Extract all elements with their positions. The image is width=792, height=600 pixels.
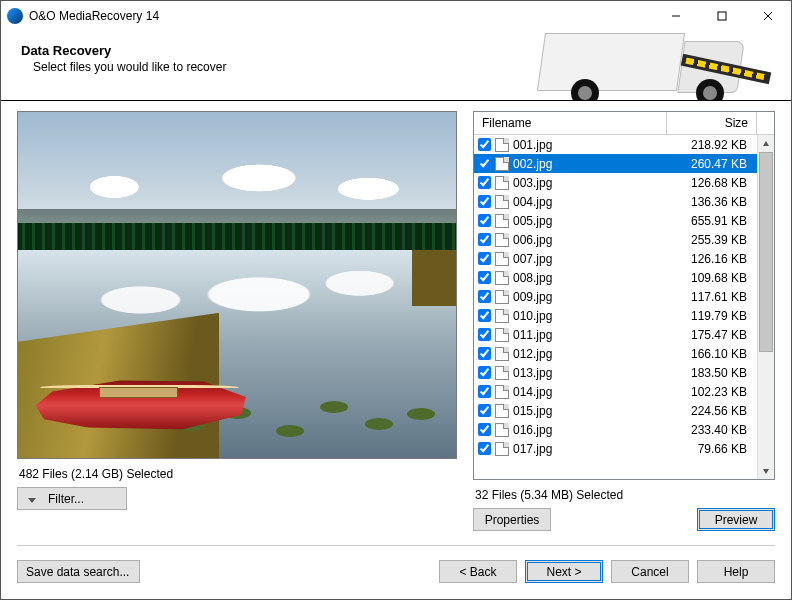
save-search-button[interactable]: Save data search... xyxy=(17,560,140,583)
file-list-header[interactable]: Filename Size xyxy=(474,112,774,135)
file-size: 79.66 KB xyxy=(667,442,751,456)
file-size: 109.68 KB xyxy=(667,271,751,285)
file-icon xyxy=(495,157,509,171)
file-name: 015.jpg xyxy=(513,404,667,418)
scroll-up-button[interactable] xyxy=(758,135,774,152)
file-size: 260.47 KB xyxy=(667,157,751,171)
table-row[interactable]: 007.jpg126.16 KB xyxy=(474,249,757,268)
column-size[interactable]: Size xyxy=(667,112,757,134)
table-row[interactable]: 010.jpg119.79 KB xyxy=(474,306,757,325)
scrollbar[interactable] xyxy=(757,135,774,479)
preview-pane: 482 Files (2.14 GB) Selected Filter... xyxy=(17,111,457,531)
file-icon xyxy=(495,252,509,266)
file-name: 006.jpg xyxy=(513,233,667,247)
row-checkbox[interactable] xyxy=(478,195,491,208)
file-size: 655.91 KB xyxy=(667,214,751,228)
row-checkbox[interactable] xyxy=(478,442,491,455)
table-row[interactable]: 015.jpg224.56 KB xyxy=(474,401,757,420)
minimize-button[interactable] xyxy=(653,1,699,31)
filter-label: Filter... xyxy=(48,492,84,506)
row-checkbox[interactable] xyxy=(478,347,491,360)
file-name: 004.jpg xyxy=(513,195,667,209)
file-size: 117.61 KB xyxy=(667,290,751,304)
row-checkbox[interactable] xyxy=(478,366,491,379)
next-button[interactable]: Next > xyxy=(525,560,603,583)
file-name: 008.jpg xyxy=(513,271,667,285)
file-icon xyxy=(495,404,509,418)
cancel-button[interactable]: Cancel xyxy=(611,560,689,583)
file-size: 126.16 KB xyxy=(667,252,751,266)
page-title: Data Recovery xyxy=(21,43,226,58)
file-list[interactable]: Filename Size 001.jpg218.92 KB002.jpg260… xyxy=(473,111,775,480)
file-name: 001.jpg xyxy=(513,138,667,152)
file-icon xyxy=(495,423,509,437)
table-row[interactable]: 013.jpg183.50 KB xyxy=(474,363,757,382)
main-area: 482 Files (2.14 GB) Selected Filter... F… xyxy=(1,101,791,531)
table-row[interactable]: 017.jpg79.66 KB xyxy=(474,439,757,458)
table-row[interactable]: 001.jpg218.92 KB xyxy=(474,135,757,154)
file-name: 007.jpg xyxy=(513,252,667,266)
row-checkbox[interactable] xyxy=(478,309,491,322)
table-row[interactable]: 004.jpg136.36 KB xyxy=(474,192,757,211)
file-name: 016.jpg xyxy=(513,423,667,437)
bottom-bar: Save data search... < Back Next > Cancel… xyxy=(1,546,791,599)
app-icon xyxy=(7,8,23,24)
file-name: 011.jpg xyxy=(513,328,667,342)
file-size: 119.79 KB xyxy=(667,309,751,323)
table-row[interactable]: 006.jpg255.39 KB xyxy=(474,230,757,249)
table-row[interactable]: 011.jpg175.47 KB xyxy=(474,325,757,344)
row-checkbox[interactable] xyxy=(478,385,491,398)
row-checkbox[interactable] xyxy=(478,176,491,189)
properties-button[interactable]: Properties xyxy=(473,508,551,531)
table-row[interactable]: 008.jpg109.68 KB xyxy=(474,268,757,287)
file-name: 002.jpg xyxy=(513,157,667,171)
file-name: 009.jpg xyxy=(513,290,667,304)
table-row[interactable]: 012.jpg166.10 KB xyxy=(474,344,757,363)
svg-marker-4 xyxy=(763,141,769,146)
row-checkbox[interactable] xyxy=(478,233,491,246)
file-icon xyxy=(495,176,509,190)
table-row[interactable]: 003.jpg126.68 KB xyxy=(474,173,757,192)
table-row[interactable]: 005.jpg655.91 KB xyxy=(474,211,757,230)
table-row[interactable]: 009.jpg117.61 KB xyxy=(474,287,757,306)
file-name: 012.jpg xyxy=(513,347,667,361)
svg-marker-5 xyxy=(763,469,769,474)
file-name: 014.jpg xyxy=(513,385,667,399)
row-checkbox[interactable] xyxy=(478,290,491,303)
file-name: 003.jpg xyxy=(513,176,667,190)
file-icon xyxy=(495,442,509,456)
row-checkbox[interactable] xyxy=(478,271,491,284)
file-size: 255.39 KB xyxy=(667,233,751,247)
table-row[interactable]: 002.jpg260.47 KB xyxy=(474,154,757,173)
scroll-down-button[interactable] xyxy=(758,462,774,479)
file-size: 183.50 KB xyxy=(667,366,751,380)
filter-button[interactable]: Filter... xyxy=(17,487,127,510)
file-icon xyxy=(495,290,509,304)
chevron-down-icon xyxy=(28,492,36,506)
row-checkbox[interactable] xyxy=(478,404,491,417)
back-button[interactable]: < Back xyxy=(439,560,517,583)
table-row[interactable]: 016.jpg233.40 KB xyxy=(474,420,757,439)
row-checkbox[interactable] xyxy=(478,214,491,227)
row-checkbox[interactable] xyxy=(478,157,491,170)
window-title: O&O MediaRecovery 14 xyxy=(29,9,653,23)
close-button[interactable] xyxy=(745,1,791,31)
row-checkbox[interactable] xyxy=(478,252,491,265)
table-row[interactable]: 014.jpg102.23 KB xyxy=(474,382,757,401)
row-checkbox[interactable] xyxy=(478,328,491,341)
wizard-header: Data Recovery Select files you would lik… xyxy=(1,31,791,101)
row-checkbox[interactable] xyxy=(478,138,491,151)
file-name: 017.jpg xyxy=(513,442,667,456)
maximize-button[interactable] xyxy=(699,1,745,31)
preview-button[interactable]: Preview xyxy=(697,508,775,531)
scroll-thumb[interactable] xyxy=(759,152,773,352)
file-name: 013.jpg xyxy=(513,366,667,380)
file-size: 102.23 KB xyxy=(667,385,751,399)
column-filename[interactable]: Filename xyxy=(474,112,667,134)
titlebar: O&O MediaRecovery 14 xyxy=(1,1,791,31)
row-checkbox[interactable] xyxy=(478,423,491,436)
file-size: 126.68 KB xyxy=(667,176,751,190)
help-button[interactable]: Help xyxy=(697,560,775,583)
file-size: 218.92 KB xyxy=(667,138,751,152)
left-status: 482 Files (2.14 GB) Selected xyxy=(17,465,457,487)
